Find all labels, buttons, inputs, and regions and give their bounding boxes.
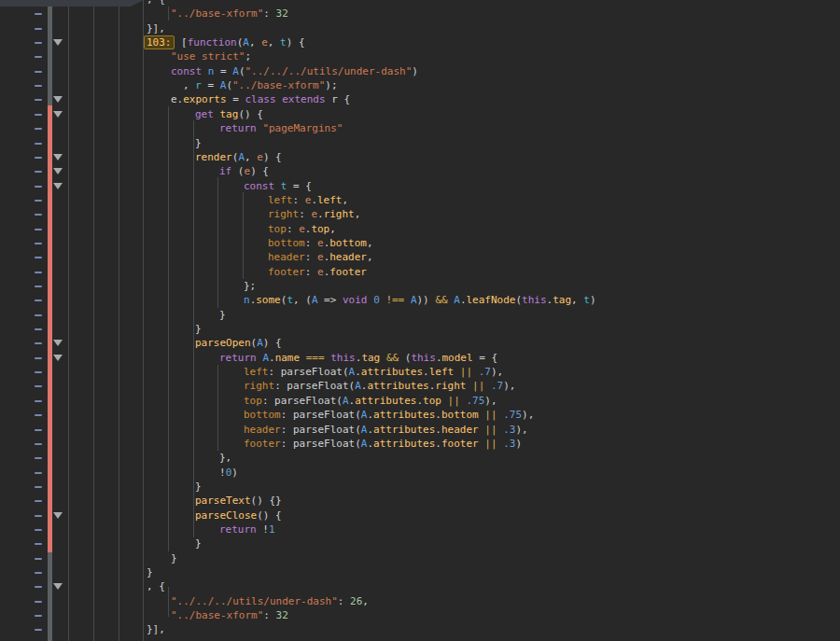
code-line[interactable]: } — [0, 322, 202, 336]
code-line[interactable]: top: parseFloat(A.attributes.top || .75)… — [0, 394, 497, 408]
code-line[interactable]: "../base-xform": 32 — [0, 7, 288, 21]
code-line[interactable]: left: parseFloat(A.attributes.left || .7… — [0, 365, 503, 379]
code-token: { — [338, 93, 350, 105]
code-token: top — [268, 223, 287, 235]
code-line[interactable]: bottom: e.bottom, — [0, 236, 373, 250]
code-token: A — [257, 337, 263, 349]
code-line[interactable]: } — [0, 480, 202, 494]
code-token: function — [188, 36, 237, 49]
code-line[interactable]: "../base-xform": 32 — [0, 608, 288, 622]
code-token: !== — [385, 294, 404, 306]
code-line[interactable]: e.exports = class extends r { — [0, 92, 350, 106]
code-token: , { — [147, 0, 165, 6]
code-token: header — [329, 251, 367, 263]
code-token: right — [268, 208, 299, 220]
code-token: . — [423, 366, 429, 378]
code-token: header — [441, 424, 479, 436]
code-token — [380, 352, 386, 364]
code-line[interactable]: render(A, e) { — [0, 150, 282, 164]
code-line[interactable]: footer: parseFloat(A.attributes.footer |… — [0, 437, 522, 451]
code-line[interactable]: , { — [0, 579, 165, 593]
code-token: , — [245, 151, 257, 163]
code-token: || — [484, 409, 497, 421]
code-line[interactable]: parseClose() { — [0, 509, 282, 523]
code-token: } — [147, 566, 153, 578]
code-line[interactable]: parseText() {} — [0, 494, 282, 508]
code-token: , — [367, 251, 373, 263]
code-token: ), — [484, 395, 497, 407]
code-line[interactable]: right: parseFloat(A.attributes.right || … — [0, 379, 515, 393]
code-line[interactable]: } — [0, 536, 202, 550]
code-token: footer — [244, 438, 281, 450]
code-line[interactable]: 103: [function(A, e, t) { — [0, 35, 305, 49]
code-line[interactable]: get tag() { — [0, 107, 263, 121]
code-line[interactable]: n.some(t, (A => void 0 !== A)) && A.leaf… — [0, 293, 596, 307]
code-line[interactable]: }], — [0, 21, 165, 35]
code-line[interactable]: } — [0, 565, 153, 579]
code-token: return — [219, 122, 257, 134]
code-line[interactable]: } — [0, 308, 226, 322]
code-line[interactable]: header: parseFloat(A.attributes.header |… — [0, 423, 528, 437]
code-line[interactable]: left: e.left, — [0, 193, 348, 207]
code-line[interactable]: , r = A("../base-xform"); — [0, 78, 338, 92]
code-line[interactable]: }; — [0, 279, 256, 293]
code-token — [484, 380, 491, 392]
code-token: ); — [325, 79, 337, 91]
code-token: () {} — [251, 495, 282, 507]
code-line[interactable]: }, — [0, 451, 231, 465]
code-token: "../../../utils/under-dash" — [245, 65, 413, 77]
code-token: model — [442, 352, 473, 364]
code-token: right — [324, 208, 355, 220]
code-line[interactable]: const n = A("../../../utils/under-dash") — [0, 64, 418, 78]
code-token: === — [306, 352, 325, 364]
code-line[interactable]: "use strict"; — [0, 49, 251, 63]
code-token: () { — [238, 108, 263, 120]
code-line[interactable]: bottom: parseFloat(A.attributes.bottom |… — [0, 408, 534, 422]
code-token: e — [317, 266, 324, 278]
code-editor[interactable]: , {"../base-xform": 32}],103: [function(… — [0, 0, 840, 641]
code-line[interactable]: parseOpen(A) { — [0, 336, 282, 350]
code-token: render — [195, 151, 232, 163]
code-line[interactable]: } — [0, 136, 202, 150]
code-token: .75 — [503, 409, 522, 421]
code-line[interactable]: header: e.header, — [0, 250, 373, 264]
code-line[interactable]: right: e.right, — [0, 207, 360, 221]
code-token: .3 — [503, 438, 515, 450]
code-token: exports — [183, 93, 226, 105]
code-line[interactable]: !0) — [0, 466, 238, 480]
code-token: A — [262, 352, 269, 364]
code-line[interactable]: return "pageMargins" — [0, 121, 343, 135]
code-line[interactable]: return !1 — [0, 523, 275, 536]
code-token: header — [268, 251, 305, 263]
code-token: : — [293, 194, 305, 206]
code-token: A — [343, 395, 349, 407]
code-token — [214, 108, 220, 120]
code-line[interactable]: }], — [0, 622, 165, 636]
code-token: e — [317, 251, 324, 263]
code-token: "../base-xform" — [171, 7, 263, 20]
code-token: return — [219, 352, 257, 364]
code-token: ; — [245, 50, 251, 63]
code-token: ! — [219, 467, 226, 479]
code-token: left — [429, 366, 455, 378]
code-line[interactable]: if (e) { — [0, 164, 269, 178]
code-line[interactable]: top: e.top, — [0, 222, 336, 236]
code-line[interactable]: footer: e.footer — [0, 265, 367, 279]
code-token: e — [317, 237, 324, 249]
code-token: top — [244, 395, 262, 407]
code-token: t — [583, 294, 590, 306]
code-token: .7 — [479, 366, 491, 378]
code-token: tag — [361, 352, 380, 364]
code-token: } — [195, 481, 202, 493]
code-line[interactable]: "../../../utils/under-dash": 26, — [0, 594, 369, 608]
code-token: && — [435, 294, 447, 306]
code-token: = — [227, 93, 245, 105]
code-token: A — [355, 380, 361, 392]
code-line[interactable]: } — [0, 551, 177, 565]
code-token — [202, 65, 208, 77]
code-token: .75 — [466, 395, 484, 407]
code-token: ) { — [263, 151, 282, 163]
code-line[interactable]: const t = { — [0, 179, 312, 193]
code-token: n — [244, 294, 250, 306]
code-line[interactable]: return A.name === this.tag && (this.mode… — [0, 351, 497, 365]
